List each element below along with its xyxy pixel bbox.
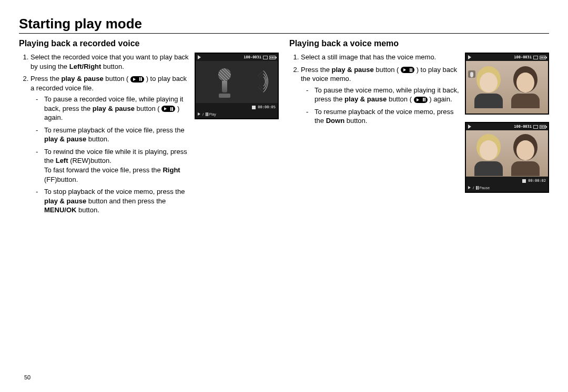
play-icon bbox=[468, 55, 471, 59]
scr-body bbox=[196, 61, 278, 103]
page-title: Starting play mode bbox=[19, 16, 549, 32]
right-substeps: To pause the voice memo, while playing i… bbox=[301, 86, 460, 126]
action-label: Pause bbox=[479, 186, 490, 190]
left-sub-2: To resume playback of the voice file, pr… bbox=[36, 126, 189, 144]
right-steps: Select a still image that has the voice … bbox=[289, 53, 460, 126]
left-body: Select the recorded voice that you want … bbox=[19, 53, 279, 218]
scr-footer: 00:00:02 / Pause bbox=[466, 177, 548, 192]
photo-preview bbox=[466, 130, 548, 177]
scr-topbar: 100-0031 bbox=[196, 54, 278, 61]
right-screens: 100-0031 bbox=[465, 53, 549, 193]
stop-icon bbox=[522, 179, 526, 183]
elapsed-time: 00:00:05 bbox=[258, 105, 276, 109]
column-left: Playing back a recorded voice Select the… bbox=[19, 39, 279, 218]
play-pause-icon bbox=[414, 97, 428, 103]
left-text: Select the recorded voice that you want … bbox=[19, 53, 189, 218]
right-sub-2: To resume playback of the voice memo, pr… bbox=[306, 107, 460, 126]
play-icon bbox=[198, 55, 201, 59]
battery-icon bbox=[269, 56, 276, 59]
battery-icon bbox=[540, 56, 546, 59]
card-icon bbox=[263, 56, 268, 59]
play-icon bbox=[468, 186, 471, 189]
left-sub-1: To pause a recorded voice file, while pl… bbox=[36, 95, 189, 122]
voice-memo-icon bbox=[468, 70, 475, 78]
pause-icon bbox=[476, 186, 477, 190]
left-step-2: Press the play & pause button ( ) to pla… bbox=[31, 74, 189, 215]
left-screens: 100-0031 bbox=[195, 53, 279, 218]
file-number: 100-0031 bbox=[244, 55, 261, 59]
page-number: 50 bbox=[24, 374, 31, 380]
pause-icon bbox=[206, 112, 207, 116]
microphone-icon bbox=[216, 68, 234, 98]
play-pause-icon bbox=[161, 106, 175, 112]
columns: Playing back a recorded voice Select the… bbox=[19, 39, 549, 218]
voice-screenshot: 100-0031 bbox=[195, 53, 279, 119]
left-steps: Select the recorded voice that you want … bbox=[19, 53, 189, 215]
title-rule bbox=[19, 33, 549, 34]
file-number: 100-0031 bbox=[514, 125, 532, 129]
left-step-1: Select the recorded voice that you want … bbox=[31, 53, 189, 71]
left-sub-4: To stop playback of the voice memo, pres… bbox=[36, 187, 189, 215]
elapsed-time: 00:00:02 bbox=[528, 179, 546, 183]
action-label: Play bbox=[209, 112, 216, 116]
right-sub-1: To pause the voice memo, while playing i… bbox=[306, 86, 460, 104]
left-heading: Playing back a recorded voice bbox=[19, 39, 279, 48]
play-icon bbox=[198, 112, 200, 116]
card-icon bbox=[533, 56, 538, 59]
battery-icon bbox=[540, 125, 546, 129]
memo-screenshot-2: 100-0031 00:00:02 bbox=[465, 122, 549, 193]
scr-topbar: 100-0031 bbox=[466, 54, 548, 61]
right-step-2: Press the play & pause button ( ) to pla… bbox=[301, 65, 460, 126]
column-right: Playing back a voice memo Select a still… bbox=[289, 39, 549, 218]
play-pause-icon bbox=[401, 67, 414, 73]
left-substeps: To pause a recorded voice file, while pl… bbox=[31, 95, 189, 215]
right-body: Select a still image that has the voice … bbox=[289, 53, 549, 193]
play-icon bbox=[468, 125, 471, 129]
scr-body bbox=[466, 61, 548, 114]
right-step-1: Select a still image that has the voice … bbox=[301, 53, 460, 62]
card-icon bbox=[533, 125, 538, 129]
right-text: Select a still image that has the voice … bbox=[289, 53, 460, 193]
play-pause-icon bbox=[130, 76, 144, 82]
memo-screenshot-1: 100-0031 bbox=[465, 53, 549, 115]
photo-preview bbox=[466, 61, 548, 114]
manual-page: Starting play mode Playing back a record… bbox=[0, 0, 568, 392]
left-sub-3: To rewind the voice file while it is pla… bbox=[36, 147, 189, 184]
scr-topbar: 100-0031 bbox=[466, 123, 548, 130]
scr-footer: 00:00:05 / Play bbox=[196, 103, 278, 118]
scr-body bbox=[466, 130, 548, 177]
file-number: 100-0031 bbox=[514, 55, 532, 59]
right-heading: Playing back a voice memo bbox=[289, 39, 549, 48]
stop-icon bbox=[252, 106, 256, 109]
